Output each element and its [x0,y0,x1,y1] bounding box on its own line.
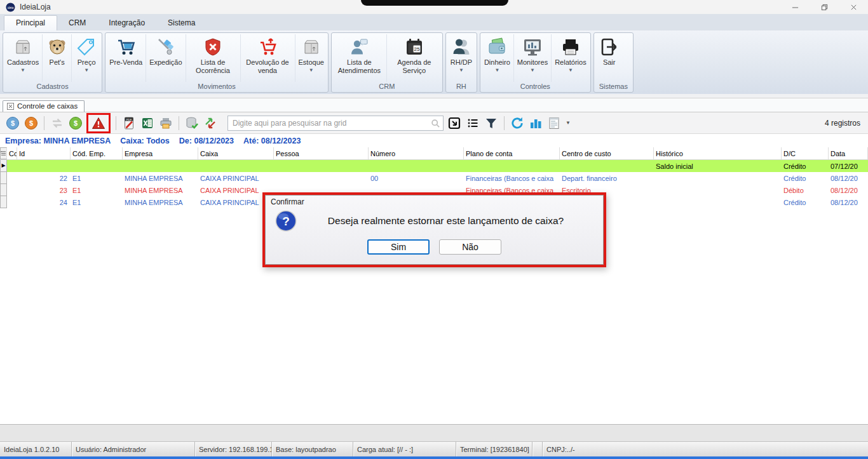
chevron-down-icon[interactable]: ▼ [566,120,571,126]
cart-red-icon [257,36,278,58]
dialog-title: Confirmar [266,196,603,208]
column-header-id[interactable]: Id [17,147,71,159]
group-list-icon[interactable] [465,116,480,131]
search-input[interactable] [227,116,444,131]
svg-text:$: $ [29,119,33,127]
filter-segment[interactable]: De: 08/12/2023 [179,136,234,145]
app-window: ideia IdeiaLoja Principal CRM Integração… [0,0,868,459]
filter-segment[interactable]: Caixa: Todos [120,136,170,145]
printer-small-icon[interactable] [158,116,173,131]
cell-empresa [123,160,198,172]
tab-controle-de-caixas[interactable]: Controle de caixas [3,100,85,112]
cell-historico [654,172,782,184]
ribbon-tab[interactable]: Sistema [156,16,207,30]
status-user: Usuário: Administrador [72,442,195,456]
ribbon-button[interactable]: Pre-Venda ▼ [106,34,146,82]
svg-text:PDF: PDF [126,117,132,121]
column-header-co[interactable]: Co [7,147,17,159]
ribbon-button[interactable]: Expedição ▼ [146,34,186,82]
toolbar-separator [44,116,44,130]
excel-icon[interactable] [140,116,155,131]
dollar-orange-icon[interactable]: $ [24,116,39,131]
pdf-icon[interactable]: PDF [121,116,137,131]
filter-segment[interactable]: Até: 08/12/2023 [243,136,301,145]
ribbon-tab[interactable]: Integração [97,16,156,30]
sync-arrows-icon[interactable] [203,116,218,131]
annotation-warning-highlight [86,113,111,133]
no-button[interactable]: Não [439,239,501,255]
filter-segment[interactable]: Empresa: MINHA EMPRESA [5,136,111,145]
records-count: 4 registros [825,119,863,128]
shield-x-icon [203,36,223,58]
dollar-blue-icon[interactable]: $ [5,116,20,131]
report-icon[interactable] [546,116,562,131]
dollar-green-icon[interactable]: $ [68,116,83,131]
cell-pessoa [274,160,369,172]
cell-dc: Crédito [782,160,829,172]
filter-icon[interactable] [484,116,499,131]
ribbon: Cadastros ▼ Pet's ▼ Preço ▼ [0,30,868,94]
table-row[interactable]: 22 E1 MINHA EMPRESA CAIXA PRINCIPAL 00 F… [0,172,868,184]
bottom-panel [0,424,868,441]
ribbon-button[interactable]: Pet's ▼ [43,34,72,82]
ribbon-button[interactable]: Relatórios ▼ [552,34,590,82]
swap-arrows-icon[interactable] [50,116,65,131]
restore-button[interactable] [810,0,839,14]
grid-options-icon[interactable] [0,147,7,159]
warning-triangle-icon[interactable] [91,116,106,131]
cell-cod-emp: E1 [71,172,123,184]
ribbon-group-movimentos: Pre-Venda ▼ Expedição ▼ Lista de Ocorrên… [105,32,329,93]
ribbon-group-crm: Lista de Atendimentos ▼ 25 Agenda de Ser… [331,32,443,93]
chevron-down-icon: ▼ [459,68,464,73]
row-indicator: ▶ [0,160,7,172]
refresh-icon[interactable] [510,116,525,131]
cell-pessoa [274,172,369,184]
dialog-message: Deseja realmente estornar este lançament… [297,215,594,227]
table-row[interactable]: ▶ Saldo inicial Crédito 07/12/20 [0,160,868,172]
ribbon-button[interactable]: Lista de Ocorrência ▼ [186,34,241,82]
export-grid-icon[interactable] [447,116,462,131]
cell-centro-de-custo [560,160,654,172]
ribbon-tab[interactable]: CRM [57,16,97,30]
exit-icon [599,36,620,58]
ribbon-button[interactable]: Estoque ▼ [295,34,327,82]
ribbon-button[interactable]: Sair ▼ [595,34,624,82]
database-check-icon[interactable] [184,116,200,131]
cell-historico [654,184,782,196]
column-header-cod-emp[interactable]: Cód. Emp. [71,147,123,159]
ribbon-button[interactable]: Preço ▼ [72,34,101,82]
cell-cod-emp: E1 [71,196,123,208]
bar-chart-icon[interactable] [528,116,543,131]
people-icon [451,36,471,58]
column-header-numero[interactable]: Número [369,147,464,159]
cell-dc: Débito [782,184,829,196]
ribbon-button[interactable]: RH/DP ▼ [447,34,476,82]
column-header-data[interactable]: Data [829,147,868,159]
column-header-pessoa[interactable]: Pessoa [274,147,369,159]
search-icon [430,117,441,129]
ribbon-button[interactable]: Cadastros ▼ [4,34,43,82]
ribbon-button[interactable]: Dinheiro ▼ [481,34,514,82]
cell-co [7,196,17,208]
column-header-historico[interactable]: Histórico [654,147,782,159]
minimize-button[interactable] [780,0,810,14]
ribbon-group-label: Movimentos [105,82,328,92]
column-header-dc[interactable]: D/C [782,147,829,159]
yes-button[interactable]: Sim [367,239,430,255]
close-button[interactable] [839,0,868,14]
cell-historico: Saldo inicial [654,160,782,172]
ribbon-tab[interactable]: Principal [4,15,57,30]
column-header-centro-de-custo[interactable]: Centro de custo [560,147,654,159]
column-header-empresa[interactable]: Empresa [123,147,198,159]
column-header-plano-de-conta[interactable]: Plano de conta [464,147,560,159]
ribbon-button[interactable]: Monitores ▼ [514,34,552,82]
ribbon-button[interactable]: Devolução de venda ▼ [241,34,295,82]
tab-close-icon[interactable] [7,103,14,110]
ribbon-button[interactable]: Lista de Atendimentos ▼ [332,34,387,82]
chevron-down-icon: ▼ [309,68,314,73]
chevron-down-icon: ▼ [530,68,535,73]
column-header-caixa[interactable]: Caixa [198,147,274,159]
cell-plano-de-conta [464,160,560,172]
status-terminal: Terminal: [192361840] [456,442,532,456]
ribbon-button[interactable]: 25 Agenda de Serviço ▼ [387,34,442,82]
